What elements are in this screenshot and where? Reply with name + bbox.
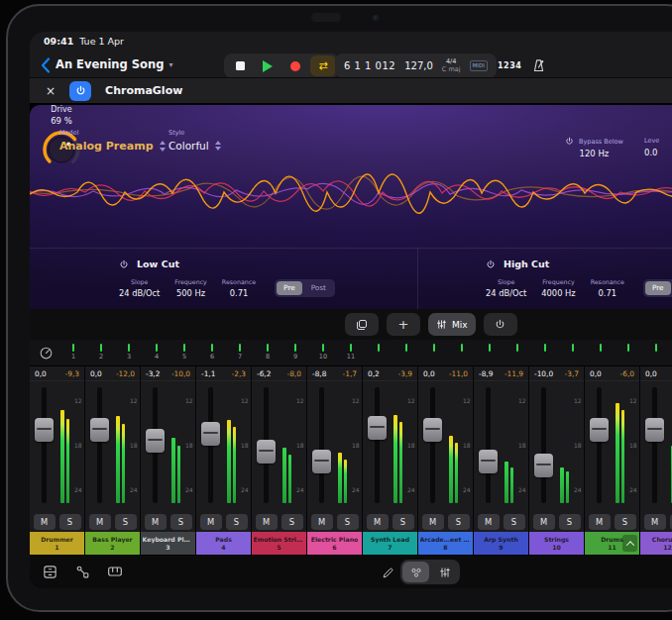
routing-button[interactable] (72, 562, 92, 581)
fader-handle[interactable] (257, 440, 276, 464)
fader-handle[interactable] (90, 418, 109, 442)
playhead-position[interactable]: 6 1 1 012 (344, 60, 395, 71)
play-button[interactable] (255, 55, 280, 76)
track-name-label[interactable]: Emotion Strings5 (252, 532, 306, 555)
fader-handle[interactable] (201, 422, 220, 446)
track-name-label[interactable]: Synth Lead7 (363, 532, 417, 555)
solo-button[interactable]: S (170, 514, 192, 530)
overview-track-cell[interactable] (392, 343, 420, 362)
bypass-below-value[interactable]: 120 Hz (580, 149, 610, 158)
solo-button[interactable]: S (59, 514, 81, 530)
overview-track-cell[interactable]: 3 (115, 343, 143, 362)
low-cut-frequency[interactable]: Frequency 500 Hz (174, 278, 207, 298)
lcd-display[interactable]: 6 1 1 012 127,0 4/4 C maj MIDI (335, 53, 497, 78)
solo-button[interactable]: S (448, 514, 470, 530)
mute-button[interactable]: M (34, 514, 56, 530)
track-name-label[interactable]: Bass Player2 (85, 532, 140, 555)
faders-view-button[interactable] (431, 562, 458, 582)
power-icon[interactable] (486, 259, 496, 269)
cycle-button[interactable]: ⇄ (310, 55, 336, 76)
fader-handle[interactable] (146, 429, 165, 453)
metronome-button[interactable] (527, 54, 549, 76)
signature-key-stack[interactable]: 4/4 C maj (442, 58, 461, 72)
power-icon[interactable] (565, 137, 574, 146)
keyboard-button[interactable] (105, 562, 125, 581)
close-plugin-button[interactable]: × (46, 85, 56, 97)
low-cut-slope[interactable]: Slope 24 dB/Oct (119, 278, 160, 298)
solo-button[interactable]: S (559, 514, 581, 530)
volume-value[interactable]: 0,0 (35, 369, 47, 378)
overview-track-cell[interactable]: 5 (170, 343, 198, 362)
record-button[interactable] (282, 55, 308, 76)
overview-track-cell[interactable] (504, 343, 531, 362)
high-cut-frequency[interactable]: Frequency 4000 Hz (541, 278, 575, 298)
high-cut-slope[interactable]: Slope 24 dB/Oct (486, 278, 526, 298)
level-value[interactable]: 0.0 (644, 148, 658, 157)
solo-button[interactable]: S (226, 514, 248, 530)
volume-value[interactable]: 0,0 (90, 369, 102, 378)
mute-button[interactable]: M (200, 514, 222, 530)
volume-value[interactable]: -1,1 (201, 369, 215, 378)
high-cut-resonance[interactable]: Resonance 0.71 (591, 278, 624, 298)
overview-track-cell[interactable] (559, 343, 587, 362)
overview-track-cell[interactable] (642, 343, 670, 362)
track-name-label[interactable]: Pads4 (196, 532, 251, 555)
track-name-label[interactable]: Arcade…eet Pad8 (418, 532, 473, 555)
track-name-label[interactable]: Strings10 (529, 532, 584, 555)
edit-pencil-button[interactable] (379, 564, 396, 581)
track-name-label[interactable]: Drums11 (585, 532, 639, 555)
overview-track-cell[interactable]: 1 (59, 343, 87, 362)
low-cut-resonance[interactable]: Resonance 0.71 (222, 278, 256, 298)
solo-button[interactable]: S (504, 514, 525, 530)
solo-button[interactable]: S (337, 514, 359, 530)
track-name-label[interactable]: Chorus V12 (640, 532, 672, 555)
pre-button[interactable]: Pre (645, 281, 671, 295)
overview-track-cell[interactable]: 4 (143, 343, 170, 362)
solo-button[interactable]: S (392, 514, 414, 530)
mute-button[interactable]: M (533, 514, 555, 530)
stop-button[interactable] (227, 55, 253, 76)
track-name-label[interactable]: Arp Synth9 (474, 532, 528, 555)
count-in-button[interactable]: 1234 (498, 53, 521, 78)
mix-view-button[interactable]: Mix (428, 313, 476, 336)
collapse-chevron-button[interactable] (622, 535, 637, 552)
fader-handle[interactable] (423, 418, 442, 442)
power-icon[interactable] (119, 259, 129, 269)
overview-track-cell[interactable] (587, 343, 615, 362)
volume-value[interactable]: 0,0 (423, 369, 435, 378)
overview-track-cell[interactable] (615, 343, 642, 362)
volume-value[interactable]: -10,0 (534, 369, 553, 378)
mute-button[interactable]: M (311, 514, 333, 530)
overview-track-cell[interactable] (448, 343, 476, 362)
fader-handle[interactable] (368, 416, 387, 440)
volume-value[interactable]: 0,2 (368, 369, 380, 378)
fader-handle[interactable] (479, 450, 498, 473)
overview-track-cell[interactable]: 9 (281, 343, 309, 362)
volume-value[interactable]: -8,9 (479, 369, 493, 378)
back-button[interactable] (38, 55, 54, 75)
fader-handle[interactable] (534, 454, 553, 477)
fader-handle[interactable] (312, 450, 331, 473)
post-button[interactable]: Post (304, 281, 333, 295)
mute-button[interactable]: M (367, 514, 389, 530)
mixer-power-button[interactable] (484, 313, 517, 336)
volume-value[interactable]: 0,0 (590, 369, 602, 378)
fader-handle[interactable] (590, 418, 609, 442)
volume-value[interactable]: 0,0 (645, 369, 657, 378)
overview-track-cell[interactable] (531, 343, 559, 362)
volume-value[interactable]: -6,2 (257, 369, 271, 378)
plugin-power-button[interactable] (69, 81, 91, 101)
overview-track-cell[interactable]: 7 (226, 343, 254, 362)
mute-button[interactable]: M (589, 514, 611, 530)
volume-value[interactable]: -3,2 (146, 369, 160, 378)
track-name-label[interactable]: Keyboard Player3 (141, 532, 195, 555)
mute-button[interactable]: M (644, 514, 666, 530)
solo-button[interactable]: S (615, 514, 636, 530)
solo-button[interactable]: S (115, 514, 137, 530)
mute-button[interactable]: M (145, 514, 167, 530)
duplicate-button[interactable] (345, 313, 379, 336)
overview-track-cell[interactable]: 11 (337, 343, 365, 362)
overview-track-cell[interactable] (365, 343, 392, 362)
overview-dial-button[interactable] (38, 345, 55, 362)
fader-handle[interactable] (35, 418, 54, 442)
